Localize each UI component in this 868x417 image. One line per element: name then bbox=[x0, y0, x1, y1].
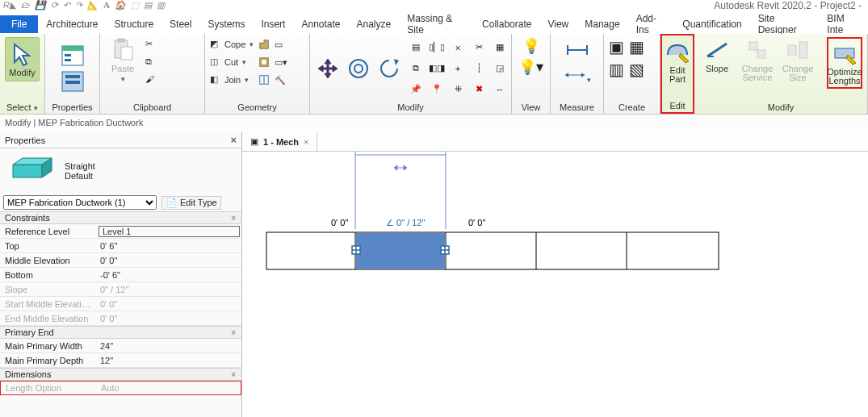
split-face-icon[interactable] bbox=[258, 73, 270, 87]
rotate-button[interactable] bbox=[376, 56, 402, 81]
align-icon[interactable]: ▤ bbox=[407, 39, 425, 56]
property-row[interactable]: Length OptionAuto bbox=[0, 381, 241, 395]
measure-button[interactable] bbox=[560, 37, 595, 63]
cut-clipboard-button[interactable]: ✂ bbox=[145, 37, 157, 52]
tab-steel[interactable]: Steel bbox=[161, 15, 199, 33]
slope-button[interactable]: Slope bbox=[699, 37, 735, 73]
tab-quantification[interactable]: Quantification bbox=[674, 15, 749, 33]
opening-icon[interactable] bbox=[258, 55, 270, 69]
view-tab-mech[interactable]: ▣ 1 - Mech × bbox=[242, 132, 317, 151]
type-selector[interactable]: Straight Default bbox=[0, 148, 241, 194]
property-value[interactable]: 12" bbox=[97, 356, 241, 365]
tab-architecture[interactable]: Architecture bbox=[38, 15, 106, 33]
instance-selector[interactable]: MEP Fabrication Ductwork (1) bbox=[3, 195, 157, 210]
chevron-down-icon[interactable]: ▾ bbox=[32, 104, 39, 112]
sync-icon[interactable]: ⟳ bbox=[51, 0, 58, 10]
mirror-draw-icon[interactable]: ◧◨ bbox=[428, 60, 446, 77]
offset-button[interactable] bbox=[346, 56, 371, 81]
create-assembly-icon[interactable]: ▦ bbox=[629, 37, 644, 56]
move-button[interactable] bbox=[315, 56, 341, 81]
property-row[interactable]: Top0' 6" bbox=[0, 239, 241, 253]
save-icon[interactable]: 💾 bbox=[35, 0, 46, 10]
measure-dropdown-icon[interactable]: ▾ bbox=[564, 68, 591, 84]
property-value[interactable]: Auto bbox=[98, 383, 241, 393]
property-value[interactable]: 0" / 12" bbox=[97, 285, 241, 294]
create-parts-icon[interactable]: ▧ bbox=[629, 60, 644, 79]
close-view-icon[interactable]: × bbox=[304, 137, 308, 147]
edit-type-button[interactable]: 📄 Edit Type bbox=[161, 196, 221, 210]
properties-icon[interactable] bbox=[61, 44, 85, 67]
measure-icon[interactable]: 📐 bbox=[87, 0, 99, 10]
pin-icon[interactable]: 📌 bbox=[407, 81, 425, 98]
property-value[interactable]: 0' 0" bbox=[97, 299, 241, 309]
array-icon[interactable]: ▦ bbox=[491, 39, 509, 56]
3d-icon[interactable]: 🏠 bbox=[115, 0, 126, 10]
property-row[interactable]: Reference LevelLevel 1 bbox=[0, 224, 241, 239]
property-row[interactable]: End Middle Elevation0' 0" bbox=[0, 311, 241, 326]
split-gap-icon[interactable]: ┆ bbox=[470, 60, 488, 77]
tab-systems[interactable]: Systems bbox=[199, 15, 253, 33]
property-value[interactable]: 24" bbox=[97, 341, 241, 351]
drawing-canvas[interactable]: 0' 0" ∠ 0" / 12" 0' 0" bbox=[242, 152, 868, 417]
collapse-icon[interactable] bbox=[232, 327, 237, 337]
create-group-icon[interactable]: ▥ bbox=[609, 60, 624, 79]
tab-analyze[interactable]: Analyze bbox=[349, 15, 400, 33]
property-value[interactable]: 0' 0" bbox=[97, 314, 241, 323]
open-icon[interactable]: 🗁 bbox=[21, 0, 30, 10]
paste-button[interactable]: Paste▾ bbox=[105, 37, 140, 84]
thin-lines-icon[interactable]: ▤ bbox=[144, 0, 152, 10]
undo-icon[interactable]: ↶ bbox=[63, 0, 70, 10]
property-row[interactable]: Main Primary Depth12" bbox=[0, 353, 241, 368]
property-row[interactable]: Main Primary Width24" bbox=[0, 339, 241, 353]
optimize-lengths-button[interactable]: Optimize Lengths bbox=[827, 37, 862, 89]
offset-icon-2[interactable]: ↔ bbox=[491, 81, 509, 98]
redo-icon[interactable]: ↷ bbox=[75, 0, 82, 10]
tab-annotate[interactable]: Annotate bbox=[293, 15, 348, 33]
copy-mod-icon[interactable]: ⧉ bbox=[407, 60, 425, 77]
create-similar-icon[interactable]: ▣ bbox=[609, 37, 624, 56]
trim-single-icon[interactable]: + bbox=[449, 60, 467, 77]
delete-icon[interactable]: ✖ bbox=[470, 81, 488, 98]
property-row[interactable]: Middle Elevation0' 0" bbox=[0, 253, 241, 268]
hide-icon[interactable]: 💡 bbox=[522, 37, 540, 55]
scale-icon[interactable]: ◲ bbox=[491, 60, 509, 77]
collapse-icon[interactable] bbox=[232, 369, 237, 379]
beam-join-icon[interactable]: ▭▾ bbox=[275, 55, 287, 69]
close-icon[interactable]: × bbox=[230, 134, 237, 146]
property-value[interactable]: 0' 0" bbox=[97, 256, 241, 265]
unpin-icon[interactable]: 📍 bbox=[428, 81, 446, 98]
property-value[interactable]: 0' 6" bbox=[97, 241, 241, 251]
split-icon[interactable]: ✂ bbox=[470, 39, 488, 56]
join-button[interactable]: ◧Join▾ bbox=[210, 73, 254, 87]
matchtype-button[interactable]: 🖌 bbox=[145, 73, 157, 87]
text-icon[interactable]: A bbox=[103, 0, 110, 10]
property-row[interactable]: Bottom-0' 6" bbox=[0, 268, 241, 282]
override-icon[interactable]: 💡▾ bbox=[518, 58, 543, 76]
tab-insert[interactable]: Insert bbox=[253, 15, 293, 33]
property-value[interactable]: -0' 6" bbox=[97, 270, 241, 280]
trim-extend-icon[interactable]: ⨉ bbox=[449, 39, 467, 56]
property-row[interactable]: Slope0" / 12" bbox=[0, 282, 241, 297]
modify-button[interactable]: Modify bbox=[5, 37, 40, 81]
wall-opening-icon[interactable]: ▭ bbox=[275, 37, 287, 52]
copy-clipboard-button[interactable]: ⧉ bbox=[145, 55, 157, 69]
notch-icon[interactable] bbox=[258, 37, 270, 52]
demolish-icon[interactable]: 🔨 bbox=[275, 73, 287, 87]
tab-manage[interactable]: Manage bbox=[577, 15, 627, 33]
trim-multi-icon[interactable]: ⁜ bbox=[449, 81, 467, 98]
property-value[interactable]: Level 1 bbox=[99, 226, 240, 237]
cut-geom-button[interactable]: ◫Cut▾ bbox=[210, 55, 254, 69]
type-properties-icon[interactable] bbox=[61, 70, 85, 93]
collapse-icon[interactable] bbox=[232, 213, 237, 223]
section-icon[interactable]: ⬚ bbox=[131, 0, 139, 10]
change-size-button: Change Size bbox=[780, 37, 816, 82]
tab-file[interactable]: File bbox=[0, 15, 38, 33]
tab-view[interactable]: View bbox=[539, 15, 577, 33]
tab-collaborate[interactable]: Collaborate bbox=[474, 15, 539, 33]
close-hidden-icon[interactable]: ▥ bbox=[157, 0, 165, 10]
cope-button[interactable]: ◩Cope▾ bbox=[210, 37, 254, 52]
property-row[interactable]: Start Middle Elevati…0' 0" bbox=[0, 297, 241, 311]
tab-structure[interactable]: Structure bbox=[106, 15, 161, 33]
mirror-axis-icon[interactable]: ▯▏▯ bbox=[428, 39, 446, 56]
edit-part-button[interactable]: Edit Part bbox=[665, 39, 690, 84]
